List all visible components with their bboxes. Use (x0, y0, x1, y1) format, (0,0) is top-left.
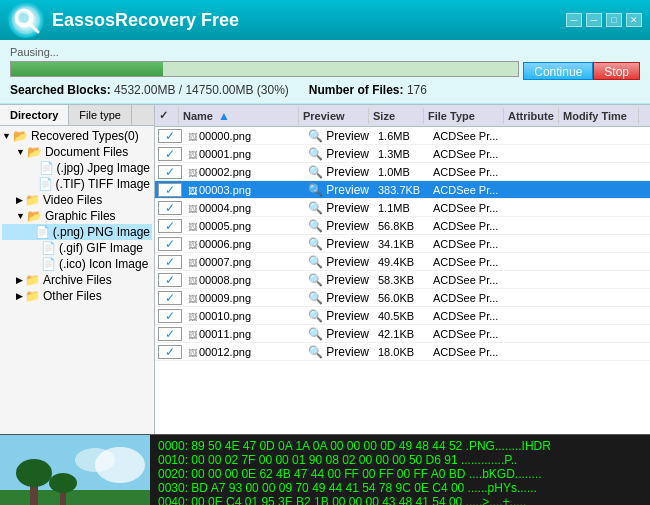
file-checkbox[interactable]: ✓ (158, 183, 182, 197)
file-row[interactable]: ✓🖼00001.png🔍 Preview1.3MBACDSee Pr... (155, 145, 650, 163)
searched-blocks-value: 4532.00MB / 14750.00MB (30%) (114, 83, 289, 97)
info-bar: Searched Blocks: 4532.00MB / 14750.00MB … (10, 83, 640, 97)
file-checkbox[interactable]: ✓ (158, 165, 182, 179)
col-header-check[interactable]: ✓ (155, 107, 179, 124)
file-row[interactable]: ✓🖼00012.png🔍 Preview18.0KBACDSee Pr... (155, 343, 650, 361)
tab-directory[interactable]: Directory (0, 105, 69, 125)
progress-label: Pausing... (10, 46, 640, 58)
file-checkbox[interactable]: ✓ (158, 327, 182, 341)
hex-line: 0010: 00 00 02 7F 00 00 01 90 08 02 00 0… (158, 453, 642, 467)
hex-line: 0030: BD A7 93 00 00 09 70 49 44 41 54 7… (158, 481, 642, 495)
progress-area: Pausing... Continue Stop Searched Blocks… (0, 40, 650, 104)
tree-item-archive[interactable]: ▶📁Archive Files (2, 272, 152, 288)
maximize-button[interactable]: □ (606, 13, 622, 27)
minimize-button[interactable]: ─ (586, 13, 602, 27)
left-panel: Directory File type ▼📂Recovered Types(0)… (0, 105, 155, 434)
col-header-size[interactable]: Size (369, 108, 424, 124)
file-checkbox[interactable]: ✓ (158, 219, 182, 233)
file-row[interactable]: ✓🖼00006.png🔍 Preview34.1KBACDSee Pr... (155, 235, 650, 253)
tree-item-video[interactable]: ▶📁Video Files (2, 192, 152, 208)
file-list-header: ✓ Name ▲ Preview Size File Type Attribut… (155, 105, 650, 127)
progress-fill (11, 62, 163, 76)
pin-button[interactable]: ─ (566, 13, 582, 27)
svg-point-12 (49, 473, 77, 493)
hex-line: 0020: 00 00 00 0E 62 4B 47 44 00 FF 00 F… (158, 467, 642, 481)
hex-view: 0000: 89 50 4E 47 0D 0A 1A 0A 00 00 00 0… (150, 435, 650, 505)
file-checkbox[interactable]: ✓ (158, 273, 182, 287)
col-header-type[interactable]: File Type (424, 108, 504, 124)
svg-point-3 (19, 13, 29, 23)
tree-item-ico[interactable]: 📄(.ico) Icon Image (2, 256, 152, 272)
app-title: EassosRecovery Free (52, 10, 566, 31)
preview-area: 0000: 89 50 4E 47 0D 0A 1A 0A 00 00 00 0… (0, 434, 650, 505)
num-files-value: 176 (407, 83, 427, 97)
file-row[interactable]: ✓🖼00004.png🔍 Preview1.1MBACDSee Pr... (155, 199, 650, 217)
tree-item-recovered[interactable]: ▼📂Recovered Types(0) (2, 128, 152, 144)
file-checkbox[interactable]: ✓ (158, 129, 182, 143)
preview-image (0, 435, 150, 505)
file-checkbox[interactable]: ✓ (158, 201, 182, 215)
svg-point-10 (16, 459, 52, 487)
tree-item-document[interactable]: ▼📂Document Files (2, 144, 152, 160)
tree-item-tiff[interactable]: 📄(.TIF) TIFF Image (2, 176, 152, 192)
file-checkbox[interactable]: ✓ (158, 345, 182, 359)
progress-track (10, 61, 519, 77)
file-row[interactable]: ✓🖼00008.png🔍 Preview58.3KBACDSee Pr... (155, 271, 650, 289)
tree-item-png[interactable]: 📄(.png) PNG Image (2, 224, 152, 240)
file-list-body: ✓🖼00000.png🔍 Preview1.6MBACDSee Pr...✓🖼0… (155, 127, 650, 434)
tree-item-gif[interactable]: 📄(.gif) GIF Image (2, 240, 152, 256)
app-logo (8, 2, 44, 38)
file-row[interactable]: ✓🖼00005.png🔍 Preview56.8KBACDSee Pr... (155, 217, 650, 235)
col-header-attr[interactable]: Attribute (504, 108, 559, 124)
file-row[interactable]: ✓🖼00003.png🔍 Preview383.7KBACDSee Pr... (155, 181, 650, 199)
num-files-label: Number of Files: 176 (309, 83, 427, 97)
close-button[interactable]: ✕ (626, 13, 642, 27)
searched-blocks-label: Searched Blocks: 4532.00MB / 14750.00MB … (10, 83, 289, 97)
continue-button[interactable]: Continue (523, 62, 593, 80)
col-header-preview[interactable]: Preview (299, 108, 369, 124)
main-content: Directory File type ▼📂Recovered Types(0)… (0, 104, 650, 434)
tab-file-type[interactable]: File type (69, 105, 132, 125)
file-checkbox[interactable]: ✓ (158, 291, 182, 305)
file-row[interactable]: ✓🖼00009.png🔍 Preview56.0KBACDSee Pr... (155, 289, 650, 307)
file-row[interactable]: ✓🖼00002.png🔍 Preview1.0MBACDSee Pr... (155, 163, 650, 181)
tab-bar: Directory File type (0, 105, 154, 126)
num-files-title: Number of Files: (309, 83, 404, 97)
tree-item-graphic[interactable]: ▼📂Graphic Files (2, 208, 152, 224)
title-bar: EassosRecovery Free ─ ─ □ ✕ (0, 0, 650, 40)
hex-line: 0000: 89 50 4E 47 0D 0A 1A 0A 00 00 00 0… (158, 439, 642, 453)
stop-button[interactable]: Stop (593, 62, 640, 80)
file-row[interactable]: ✓🖼00011.png🔍 Preview42.1KBACDSee Pr... (155, 325, 650, 343)
svg-point-8 (75, 448, 115, 472)
file-checkbox[interactable]: ✓ (158, 147, 182, 161)
file-row[interactable]: ✓🖼00000.png🔍 Preview1.6MBACDSee Pr... (155, 127, 650, 145)
col-header-name[interactable]: Name ▲ (179, 107, 299, 125)
right-panel: ✓ Name ▲ Preview Size File Type Attribut… (155, 105, 650, 434)
preview-image-inner (0, 435, 150, 505)
file-row[interactable]: ✓🖼00010.png🔍 Preview40.5KBACDSee Pr... (155, 307, 650, 325)
window-controls: ─ ─ □ ✕ (566, 13, 642, 27)
file-row[interactable]: ✓🖼00007.png🔍 Preview49.4KBACDSee Pr... (155, 253, 650, 271)
tree-item-other[interactable]: ▶📁Other Files (2, 288, 152, 304)
tree-item-jpeg[interactable]: 📄(.jpg) Jpeg Image (2, 160, 152, 176)
file-checkbox[interactable]: ✓ (158, 255, 182, 269)
hex-line: 0040: 00 0E C4 01 95 3E B2 1B 00 00 00 4… (158, 495, 642, 505)
file-tree: ▼📂Recovered Types(0)▼📂Document Files📄(.j… (0, 126, 154, 434)
svg-rect-5 (0, 490, 150, 505)
progress-row: Continue Stop (10, 61, 640, 81)
searched-blocks-title: Searched Blocks: (10, 83, 111, 97)
file-checkbox[interactable]: ✓ (158, 309, 182, 323)
col-header-time[interactable]: Modify Time (559, 108, 639, 124)
file-checkbox[interactable]: ✓ (158, 237, 182, 251)
